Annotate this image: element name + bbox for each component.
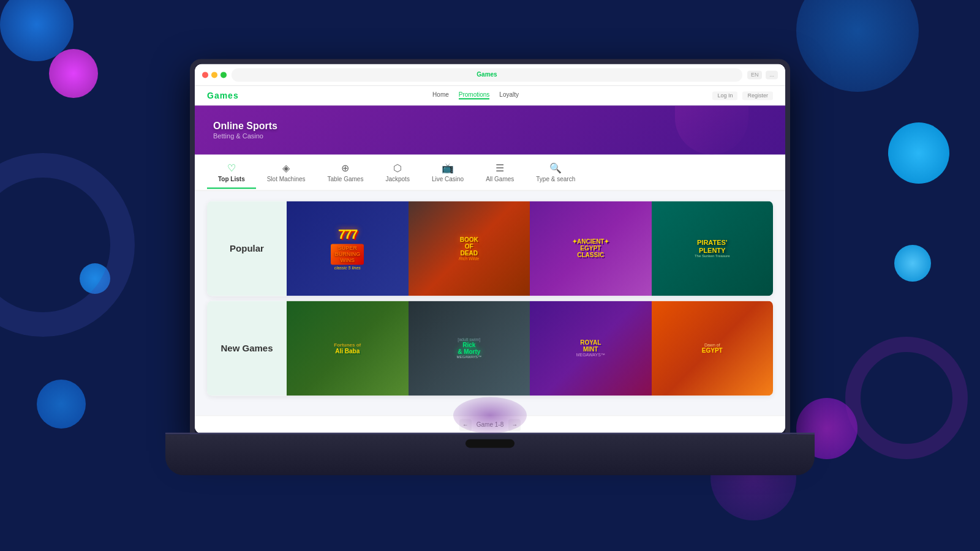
- ali-name: Ali Baba: [335, 348, 360, 354]
- site-logo[interactable]: Games: [207, 91, 239, 100]
- browser-bar: Games EN ...: [195, 64, 785, 86]
- game-thumb-dawn-egypt[interactable]: Dawn of EGYPT: [652, 301, 774, 395]
- cat-item-type-search[interactable]: 🔍 Type & search: [525, 157, 586, 187]
- bg-swirl-1: [0, 115, 173, 375]
- bg-circle-7: [37, 380, 86, 429]
- doe-dawn: Dawn of: [704, 343, 720, 347]
- site-nav-promotions[interactable]: Promotions: [459, 91, 490, 99]
- cat-label-table-games: Table Games: [328, 176, 364, 182]
- ae-name: ✦ANCIENT✦EGYPTClassic: [572, 238, 609, 258]
- game-thumb-rick-morty[interactable]: [adult swim] Rick& Morty MEGAWAYS™: [409, 301, 530, 395]
- ae-logo: ✦ANCIENT✦EGYPTClassic: [530, 201, 652, 296]
- game-thumb-book-of-dead[interactable]: BOOKOFDEAD Rich Wilde: [409, 201, 530, 296]
- table-icon: ⊕: [341, 162, 349, 174]
- bg-circle-2: [49, 49, 98, 98]
- rm-name: Rick& Morty: [458, 342, 480, 355]
- popular-game-row: Popular 777 Super Burning: [207, 201, 773, 296]
- laptop-notch: [466, 439, 514, 448]
- bg-circle-6: [80, 263, 110, 294]
- site-nav: Home Promotions Loyalty: [432, 91, 519, 99]
- cat-label-jackpots: Jackpots: [385, 176, 409, 182]
- game-thumb-ali-baba[interactable]: Fortunes of Ali Baba: [287, 301, 409, 395]
- hero-title: Online Sports: [213, 120, 277, 133]
- jackpot-icon: ⬡: [393, 162, 402, 174]
- new-games-row: New Games Fortunes of Ali Baba: [207, 301, 773, 395]
- roym-megaways: MEGAWAYS™: [576, 353, 605, 357]
- browser-dot-maximize[interactable]: [221, 72, 227, 78]
- game-thumb-royal-mint[interactable]: ROYALMINT MEGAWAYS™: [530, 301, 652, 395]
- hero-banner: Online Sports Betting & Casino: [195, 105, 785, 154]
- laptop-screen-inner: Games EN ... Games Home Promotions Loyal…: [195, 64, 785, 433]
- roym-name: ROYALMINT: [580, 339, 601, 353]
- laptop-screen-frame: Games EN ... Games Home Promotions Loyal…: [190, 59, 790, 438]
- site-header: Games Home Promotions Loyalty Log In Reg…: [195, 86, 785, 105]
- live-icon: 📺: [442, 162, 454, 174]
- browser-dot-minimize[interactable]: [211, 72, 217, 78]
- rm-adult-swim: [adult swim]: [458, 337, 480, 342]
- bottom-character-decoration: [453, 397, 527, 433]
- cat-label-all-games: All Games: [486, 176, 514, 182]
- browser-actions: EN ...: [747, 70, 778, 79]
- bod-sub: Rich Wilde: [459, 257, 479, 261]
- sbw-logo: 777 Super Burning Wins classic 5 lines: [331, 204, 364, 293]
- cat-item-slot-machines[interactable]: ◈ Slot Machines: [256, 157, 317, 187]
- sbw-burning: Burning: [334, 251, 360, 257]
- cat-item-live-casino[interactable]: 📺 Live Casino: [421, 157, 475, 187]
- site-header-actions: Log In Register: [712, 91, 773, 100]
- pp-logo: PIRATES'PLENTY The Sunken Treasure: [652, 201, 774, 296]
- bg-circle-4: [888, 122, 949, 184]
- main-content: Popular 777 Super Burning: [195, 191, 785, 415]
- register-button[interactable]: Register: [742, 91, 773, 100]
- site-nav-loyalty[interactable]: Loyalty: [499, 91, 519, 99]
- browser-controls: [202, 72, 227, 78]
- ali-fortunes: Fortunes of: [334, 342, 361, 348]
- rm-logo: [adult swim] Rick& Morty MEGAWAYS™: [409, 301, 530, 395]
- new-games-label: New Games: [207, 301, 287, 395]
- bod-logo: BOOKOFDEAD Rich Wilde: [409, 201, 530, 296]
- bg-circle-5: [894, 245, 931, 282]
- all-icon: ☰: [496, 162, 504, 174]
- game-thumb-super-burning-wins[interactable]: 777 Super Burning Wins classic 5 lines: [287, 201, 409, 296]
- popular-label: Popular: [207, 201, 287, 296]
- hero-image: [675, 105, 748, 154]
- hero-text: Online Sports Betting & Casino: [213, 120, 277, 140]
- cat-label-type-search: Type & search: [536, 176, 575, 182]
- screen-content: Games EN ... Games Home Promotions Loyal…: [195, 64, 785, 433]
- ali-logo: Fortunes of Ali Baba: [287, 301, 409, 395]
- sbw-777: 777: [338, 227, 357, 242]
- pp-title: PIRATES'PLENTY: [697, 239, 727, 254]
- bod-title: BOOKOFDEAD: [460, 236, 478, 257]
- address-text: Games: [477, 71, 497, 78]
- cat-item-all-games[interactable]: ☰ All Games: [475, 157, 525, 187]
- heart-icon: ♡: [227, 162, 236, 174]
- browser-more-btn[interactable]: ...: [766, 70, 778, 79]
- browser-dot-close[interactable]: [202, 72, 208, 78]
- cat-label-slot-machines: Slot Machines: [267, 176, 306, 182]
- rm-megaways: MEGAWAYS™: [457, 355, 481, 359]
- browser-address-bar[interactable]: Games: [232, 68, 742, 81]
- bg-circle-3: [796, 0, 919, 92]
- cat-label-live-casino: Live Casino: [432, 176, 464, 182]
- popular-thumbnails: 777 Super Burning Wins classic 5 lines: [287, 201, 773, 296]
- category-nav: ♡ Top Lists ◈ Slot Machines ⊕ Table Game…: [195, 154, 785, 191]
- login-button[interactable]: Log In: [712, 91, 737, 100]
- game-thumb-ancient-egypt[interactable]: ✦ANCIENT✦EGYPTClassic: [530, 201, 652, 296]
- sbw-wins: Wins: [334, 257, 360, 263]
- bg-circle-1: [0, 0, 74, 61]
- game-thumb-pirates-plenty[interactable]: PIRATES'PLENTY The Sunken Treasure: [652, 201, 774, 296]
- cat-item-jackpots[interactable]: ⬡ Jackpots: [374, 157, 420, 187]
- sbw-name: Super: [334, 245, 360, 251]
- new-games-thumbnails: Fortunes of Ali Baba [adult swim] Rick& …: [287, 301, 773, 395]
- browser-lang-btn[interactable]: EN: [747, 70, 763, 79]
- search-icon: 🔍: [549, 162, 562, 174]
- cat-label-top-lists: Top Lists: [218, 176, 245, 182]
- sbw-sub: classic 5 lines: [334, 266, 361, 270]
- cat-item-top-lists[interactable]: ♡ Top Lists: [207, 157, 256, 187]
- laptop-base: [165, 432, 815, 475]
- roym-logo: ROYALMINT MEGAWAYS™: [530, 301, 652, 395]
- site-nav-home[interactable]: Home: [432, 91, 449, 99]
- doe-logo: Dawn of EGYPT: [652, 301, 774, 395]
- doe-name: EGYPT: [702, 347, 723, 354]
- bg-swirl-2: [845, 337, 968, 459]
- cat-item-table-games[interactable]: ⊕ Table Games: [317, 157, 375, 187]
